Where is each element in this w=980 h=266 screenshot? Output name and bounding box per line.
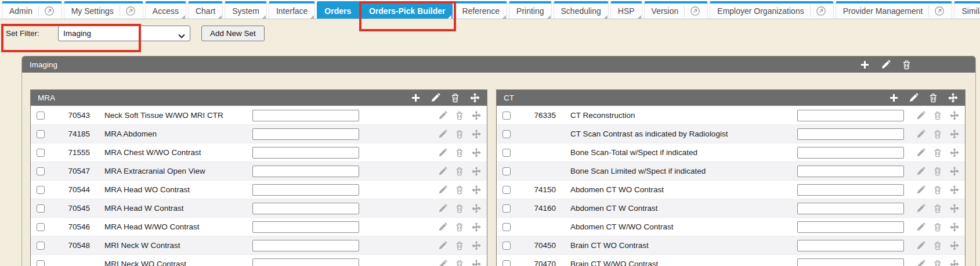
row-checkbox[interactable] [502,167,511,175]
row-text-input[interactable] [252,203,359,214]
row-trash-button[interactable] [455,111,464,120]
row-pencil-button[interactable] [438,241,447,250]
row-checkbox[interactable] [37,167,45,175]
row-text-input[interactable] [252,128,359,140]
row-pencil-button[interactable] [916,130,925,139]
row-checkbox[interactable] [37,223,45,231]
panel-plus-button[interactable] [860,60,870,70]
row-move-button[interactable] [950,204,959,213]
tab-access[interactable]: Access [145,1,186,19]
set-filter-select[interactable]: Imaging [58,26,190,41]
row-move-button[interactable] [950,260,959,266]
row-move-button[interactable] [472,148,481,157]
row-text-input[interactable] [252,184,359,196]
row-text-input[interactable] [797,110,904,121]
row-text-input[interactable] [797,184,904,196]
row-text-input[interactable] [797,258,904,266]
table-move-button[interactable] [470,93,480,103]
row-move-button[interactable] [472,167,481,176]
row-checkbox[interactable] [502,112,511,120]
row-checkbox[interactable] [502,223,511,231]
row-pencil-button[interactable] [438,204,447,213]
row-pencil-button[interactable] [916,222,925,232]
row-trash-button[interactable] [933,204,942,213]
row-checkbox[interactable] [37,260,45,266]
tab-orders[interactable]: Orders [317,1,359,19]
tab-hsp[interactable]: HSP [610,1,642,19]
row-trash-button[interactable] [455,260,464,266]
row-move-button[interactable] [472,185,481,195]
row-move-button[interactable] [950,185,959,195]
row-pencil-button[interactable] [916,167,925,176]
open-new-window-icon-button[interactable] [690,6,700,16]
open-new-window-icon-button[interactable] [816,6,826,16]
tab-interface[interactable]: Interface [269,1,315,19]
row-text-input[interactable] [252,166,359,177]
row-pencil-button[interactable] [438,260,447,266]
tab-similar-exposure-groups-segs[interactable]: Similar Exposure Groups (SEGs) [954,1,980,19]
tab-version[interactable]: Version [644,1,708,19]
row-move-button[interactable] [472,260,481,266]
row-move-button[interactable] [472,241,481,250]
row-pencil-button[interactable] [916,111,925,120]
row-move-button[interactable] [950,222,959,232]
tab-system[interactable]: System [225,1,267,19]
open-new-window-icon-button[interactable] [45,6,55,16]
row-pencil-button[interactable] [438,111,447,120]
row-pencil-button[interactable] [916,204,925,213]
row-pencil-button[interactable] [438,185,447,195]
row-text-input[interactable] [797,240,904,251]
tab-employer-organizations[interactable]: Employer Organizations [710,1,833,19]
panel-trash-button[interactable] [902,60,912,70]
row-checkbox[interactable] [37,204,45,213]
row-checkbox[interactable] [37,130,45,138]
tab-admin[interactable]: Admin [2,1,62,19]
row-text-input[interactable] [252,258,359,266]
row-text-input[interactable] [797,147,904,159]
row-text-input[interactable] [252,221,359,233]
row-trash-button[interactable] [455,148,464,157]
tab-my-settings[interactable]: My Settings [64,1,143,19]
row-pencil-button[interactable] [438,130,447,139]
add-new-set-button[interactable]: Add New Set [201,26,265,41]
row-pencil-button[interactable] [916,185,925,195]
tab-scheduling[interactable]: Scheduling [554,1,609,19]
row-trash-button[interactable] [455,185,464,195]
row-pencil-button[interactable] [438,222,447,232]
row-trash-button[interactable] [933,130,942,139]
row-checkbox[interactable] [37,186,45,194]
row-move-button[interactable] [472,130,481,139]
tab-reference[interactable]: Reference [454,1,507,19]
row-checkbox[interactable] [502,130,511,138]
row-move-button[interactable] [950,241,959,250]
panel-pencil-button[interactable] [881,60,891,70]
row-pencil-button[interactable] [916,148,925,157]
row-text-input[interactable] [252,147,359,159]
row-checkbox[interactable] [502,149,511,157]
row-trash-button[interactable] [455,167,464,176]
row-pencil-button[interactable] [438,148,447,157]
table-plus-button[interactable] [411,93,421,103]
row-checkbox[interactable] [502,186,511,194]
table-pencil-button[interactable] [909,93,918,103]
row-text-input[interactable] [797,166,904,177]
row-checkbox[interactable] [37,112,45,120]
tab-chart[interactable]: Chart [188,1,223,19]
row-move-button[interactable] [472,204,481,213]
open-new-window-icon-button[interactable] [126,6,136,16]
row-pencil-button[interactable] [438,167,447,176]
row-pencil-button[interactable] [916,241,925,250]
row-trash-button[interactable] [455,241,464,250]
row-checkbox[interactable] [502,204,511,213]
table-move-button[interactable] [948,93,958,103]
row-checkbox[interactable] [502,242,511,250]
row-trash-button[interactable] [933,241,942,250]
table-plus-button[interactable] [889,93,899,103]
row-move-button[interactable] [950,111,959,120]
row-move-button[interactable] [950,167,959,176]
table-pencil-button[interactable] [431,93,440,103]
table-trash-button[interactable] [450,93,460,103]
tab-printing[interactable]: Printing [509,1,551,19]
row-text-input[interactable] [252,110,359,121]
row-checkbox[interactable] [502,260,511,266]
